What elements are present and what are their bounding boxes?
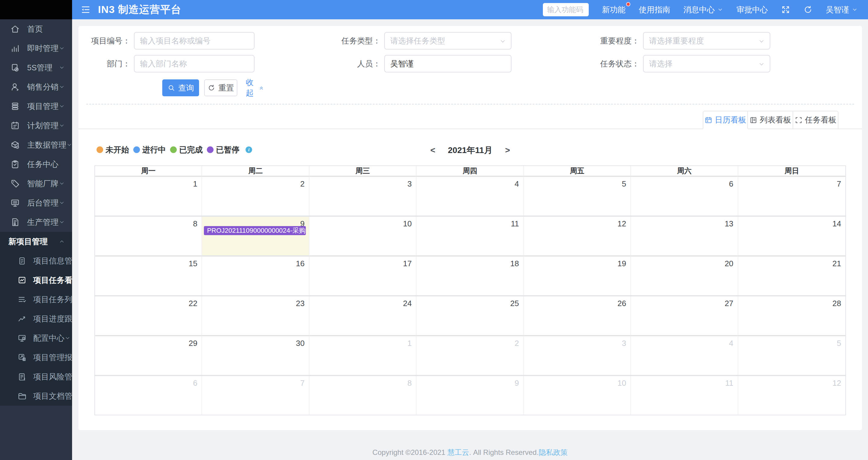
day-cell-muted[interactable]: 5	[738, 336, 845, 375]
project-no-input[interactable]	[134, 32, 254, 50]
importance-select[interactable]: 请选择重要程度	[643, 32, 770, 50]
sidebar-item-label: 项目风险管理	[33, 372, 72, 382]
day-cell[interactable]: 14	[738, 217, 845, 255]
tab-task-board[interactable]: 任务看板	[793, 111, 838, 129]
privacy-policy-link[interactable]: 隐私政策	[539, 448, 568, 456]
search-button[interactable]: 查询	[162, 79, 199, 96]
sidebar-item-config-center[interactable]: 配置中心	[0, 328, 72, 348]
day-cell-muted[interactable]: 6	[95, 376, 202, 415]
task-status-select[interactable]: 请选择	[643, 55, 770, 73]
sidebar-item-project-reports[interactable]: 项目管理报表	[0, 348, 72, 367]
tab-list-board[interactable]: 列表看板	[748, 111, 793, 129]
day-cell-muted[interactable]: 10	[524, 376, 631, 415]
nav-user-guide[interactable]: 使用指南	[639, 4, 670, 15]
sidebar-item-master-data[interactable]: 主数据管理	[0, 135, 72, 154]
sidebar-item-project-task-list[interactable]: 项目任务列表	[0, 290, 72, 309]
day-cell-muted[interactable]: 7	[202, 376, 309, 415]
day-cell-muted[interactable]: 8	[309, 376, 416, 415]
select-placeholder: 请选择	[649, 59, 673, 69]
department-input[interactable]	[134, 55, 254, 73]
day-cell[interactable]: 7	[738, 177, 845, 215]
task-type-select[interactable]: 请选择任务类型	[384, 32, 512, 50]
refresh-icon[interactable]	[803, 5, 812, 14]
day-cell[interactable]: 27	[631, 296, 738, 335]
sidebar-item-project-mgmt[interactable]: 项目管理	[0, 96, 72, 116]
day-cell-today[interactable]: 9 PROJ202111090000000024-采购	[202, 217, 309, 255]
sidebar-item-5s-mgmt[interactable]: 5S管理	[0, 58, 72, 77]
menu-fold-icon[interactable]	[81, 4, 91, 15]
day-cell-muted[interactable]: 11	[631, 376, 738, 415]
sidebar-item-project-docs[interactable]: 项目文档管理	[0, 386, 72, 406]
legend-dot-not-started	[96, 146, 103, 153]
sidebar-item-project-risk-mgmt[interactable]: 项目风险管理	[0, 367, 72, 386]
sidebar-item-project-info-mgmt[interactable]: 项目信息管理	[0, 251, 72, 270]
footer: Copyright ©2016-2021 慧工云. All Rights Res…	[72, 448, 868, 457]
day-number: 4	[515, 179, 519, 189]
day-cell[interactable]: 5	[524, 177, 631, 215]
day-number: 6	[729, 179, 733, 189]
function-code-input[interactable]	[543, 3, 589, 16]
sidebar-item-realtime-mgmt[interactable]: 即时管理	[0, 39, 72, 58]
sidebar-item-backend-mgmt[interactable]: 后台管理	[0, 193, 72, 212]
day-cell[interactable]: 10	[309, 217, 416, 255]
sidebar-item-project-progress[interactable]: 项目进度跟踪	[0, 309, 72, 328]
day-number: 7	[837, 179, 841, 189]
day-cell-muted[interactable]: 3	[524, 336, 631, 375]
sidebar-item-project-task-board[interactable]: 项目任务看板	[0, 270, 72, 290]
sidebar-item-plan-mgmt[interactable]: 计划管理	[0, 116, 72, 135]
tab-calendar-board[interactable]: 日历看板	[703, 111, 748, 129]
sidebar-item-production-mgmt[interactable]: 生产管理	[0, 212, 72, 232]
day-cell[interactable]: 15	[95, 257, 202, 295]
sidebar-item-task-center[interactable]: 任务中心	[0, 154, 72, 174]
day-cell[interactable]: 1	[95, 177, 202, 215]
day-cell[interactable]: 12	[524, 217, 631, 255]
day-cell[interactable]: 29	[95, 336, 202, 375]
day-cell-muted[interactable]: 4	[631, 336, 738, 375]
nav-approval-center[interactable]: 审批中心	[737, 4, 768, 15]
sidebar-item-home[interactable]: 首页	[0, 19, 72, 39]
reset-button[interactable]: 重置	[204, 79, 237, 96]
sidebar-item-sales[interactable]: 销售分销	[0, 77, 72, 96]
board-icon	[18, 276, 27, 285]
nav-new-features[interactable]: 新功能	[602, 4, 625, 15]
day-cell-muted[interactable]: 12	[738, 376, 845, 415]
day-cell[interactable]: 16	[202, 257, 309, 295]
day-cell[interactable]: 20	[631, 257, 738, 295]
day-cell[interactable]: 19	[524, 257, 631, 295]
nav-message-center[interactable]: 消息中心	[683, 4, 723, 15]
sidebar-item-smart-plate[interactable]: 智能厂牌	[0, 174, 72, 193]
prev-month-button[interactable]: <	[428, 145, 438, 155]
collapse-link[interactable]: 收起	[246, 79, 264, 96]
day-cell[interactable]: 21	[738, 257, 845, 295]
day-cell[interactable]: 8	[95, 217, 202, 255]
day-cell[interactable]: 3	[309, 177, 416, 215]
calendar-event[interactable]: PROJ202111090000000024-采购	[204, 226, 306, 235]
user-menu[interactable]: 吴智谨	[826, 4, 858, 15]
day-cell[interactable]: 24	[309, 296, 416, 335]
day-cell[interactable]: 13	[631, 217, 738, 255]
legend-dot-paused	[207, 146, 214, 153]
chevron-down-icon	[66, 142, 72, 148]
day-cell[interactable]: 25	[416, 296, 524, 335]
day-cell[interactable]: 4	[416, 177, 524, 215]
day-cell-muted[interactable]: 9	[416, 376, 524, 415]
day-cell[interactable]: 11	[416, 217, 524, 255]
day-cell[interactable]: 6	[631, 177, 738, 215]
day-cell[interactable]: 17	[309, 257, 416, 295]
company-link[interactable]: 慧工云	[447, 448, 469, 456]
info-icon[interactable]: i	[245, 146, 253, 154]
day-cell[interactable]: 22	[95, 296, 202, 335]
day-cell[interactable]: 28	[738, 296, 845, 335]
day-cell[interactable]: 26	[524, 296, 631, 335]
day-cell[interactable]: 2	[202, 177, 309, 215]
sidebar-group-header[interactable]: 新项目管理	[0, 232, 72, 251]
day-cell[interactable]: 30	[202, 336, 309, 375]
fullscreen-icon[interactable]	[781, 5, 790, 14]
folder-icon	[18, 392, 27, 401]
day-cell-muted[interactable]: 1	[309, 336, 416, 375]
person-input[interactable]	[384, 55, 512, 73]
next-month-button[interactable]: >	[503, 145, 513, 155]
day-cell[interactable]: 23	[202, 296, 309, 335]
day-cell[interactable]: 18	[416, 257, 524, 295]
day-cell-muted[interactable]: 2	[416, 336, 524, 375]
